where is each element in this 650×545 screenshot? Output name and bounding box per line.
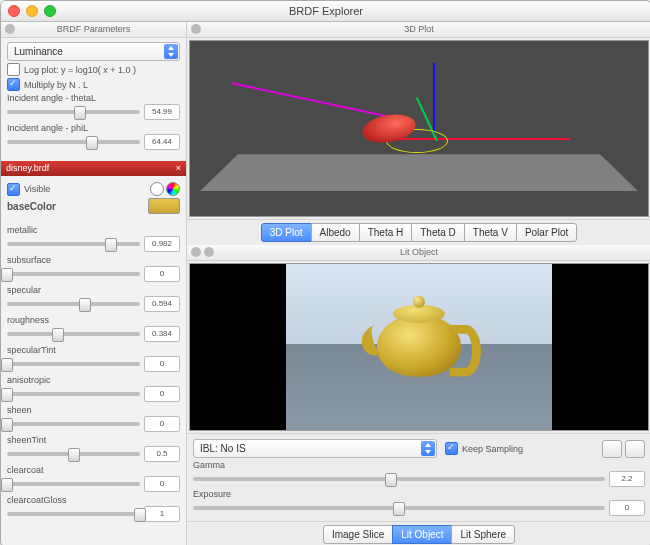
- lit-object-viewport[interactable]: [189, 263, 649, 431]
- plot-tabs: 3D PlotAlbedoTheta HTheta DTheta VPolar …: [187, 219, 650, 245]
- display-mode-select[interactable]: Luminance: [7, 42, 180, 61]
- parameters-panel: BRDF Parameters Luminance Log plot: y = …: [1, 22, 187, 545]
- clearcoatGloss-label: clearcoatGloss: [7, 495, 180, 505]
- anisotropic-label: anisotropic: [7, 375, 180, 385]
- specularTint-slider[interactable]: [7, 362, 140, 366]
- subsurface-label: subsurface: [7, 255, 180, 265]
- chevron-updown-icon: [421, 441, 435, 456]
- gamma-value[interactable]: 2.2: [609, 471, 645, 487]
- angle-0-label: Incident angle - thetaL: [7, 93, 180, 103]
- titlebar: BRDF Explorer: [1, 1, 650, 22]
- angle-1-value[interactable]: 64.44: [144, 134, 180, 150]
- clearcoat-label: clearcoat: [7, 465, 180, 475]
- anisotropic-slider[interactable]: [7, 392, 140, 396]
- app-window: BRDF Explorer BRDF Parameters Luminance …: [0, 0, 650, 545]
- specularTint-label: specularTint: [7, 345, 180, 355]
- brdf-visible-checkbox[interactable]: [7, 183, 20, 196]
- sheen-value[interactable]: 0: [144, 416, 180, 432]
- tab-plot-theta h[interactable]: Theta H: [359, 223, 413, 242]
- sheenTint-label: sheenTint: [7, 435, 180, 445]
- close-lit-button[interactable]: [191, 247, 201, 257]
- roughness-slider[interactable]: [7, 332, 140, 336]
- lit-tabs: Image SliceLit ObjectLit Sphere: [187, 521, 650, 545]
- roughness-value[interactable]: 0.384: [144, 326, 180, 342]
- solo-toggle-button[interactable]: [150, 182, 164, 196]
- sheenTint-value[interactable]: 0.5: [144, 446, 180, 462]
- tab-lit-image slice[interactable]: Image Slice: [323, 525, 393, 544]
- multiply-nl-label: Multiply by N . L: [24, 80, 88, 90]
- clearcoat-slider[interactable]: [7, 482, 140, 486]
- chevron-updown-icon: [164, 44, 178, 59]
- keep-sampling-checkbox[interactable]: [445, 442, 458, 455]
- color-wheel-button[interactable]: [166, 182, 180, 196]
- specular-label: specular: [7, 285, 180, 295]
- tab-plot-3d plot[interactable]: 3D Plot: [261, 223, 312, 242]
- brdf-file-name: disney.brdf: [6, 161, 49, 176]
- tab-plot-theta v[interactable]: Theta V: [464, 223, 517, 242]
- sheen-slider[interactable]: [7, 422, 140, 426]
- lit-pane-title: Lit Object: [187, 245, 650, 261]
- log-plot-checkbox[interactable]: [7, 63, 20, 76]
- log-plot-label: Log plot: y = log10( x + 1.0 ): [24, 65, 136, 75]
- close-icon[interactable]: ×: [176, 161, 181, 176]
- window-close-button[interactable]: [8, 5, 20, 17]
- metallic-label: metallic: [7, 225, 180, 235]
- clearcoatGloss-slider[interactable]: [7, 512, 140, 516]
- angle-0-slider[interactable]: [7, 110, 140, 114]
- metallic-value[interactable]: 0.982: [144, 236, 180, 252]
- ibl-select[interactable]: IBL: No IS: [193, 439, 437, 458]
- 3d-plot-viewport[interactable]: [189, 40, 649, 217]
- tab-plot-polar plot[interactable]: Polar Plot: [516, 223, 577, 242]
- window-minimize-button[interactable]: [26, 5, 38, 17]
- exposure-value[interactable]: 0: [609, 500, 645, 516]
- tab-plot-theta d[interactable]: Theta D: [411, 223, 465, 242]
- sheen-label: sheen: [7, 405, 180, 415]
- angle-0-value[interactable]: 54.99: [144, 104, 180, 120]
- specular-value[interactable]: 0.594: [144, 296, 180, 312]
- specular-slider[interactable]: [7, 302, 140, 306]
- basecolor-swatch[interactable]: [148, 198, 180, 214]
- roughness-label: roughness: [7, 315, 180, 325]
- subsurface-value[interactable]: 0: [144, 266, 180, 282]
- angle-1-slider[interactable]: [7, 140, 140, 144]
- tab-plot-albedo[interactable]: Albedo: [311, 223, 360, 242]
- axis-blue: [433, 63, 435, 133]
- brdf-file-header: disney.brdf ×: [1, 161, 186, 176]
- gamma-slider[interactable]: [193, 477, 605, 481]
- close-panel-button[interactable]: [5, 24, 15, 34]
- window-title: BRDF Explorer: [289, 5, 363, 17]
- parameters-title: BRDF Parameters: [1, 22, 186, 38]
- metallic-slider[interactable]: [7, 242, 140, 246]
- basecolor-label: baseColor: [7, 201, 56, 212]
- teapot-render: [377, 315, 461, 377]
- save-image-button[interactable]: [602, 440, 622, 458]
- exposure-slider[interactable]: [193, 506, 605, 510]
- sheenTint-slider[interactable]: [7, 452, 140, 456]
- multiply-nl-checkbox[interactable]: [7, 78, 20, 91]
- window-zoom-button[interactable]: [44, 5, 56, 17]
- anisotropic-value[interactable]: 0: [144, 386, 180, 402]
- tab-lit-lit object[interactable]: Lit Object: [392, 525, 452, 544]
- angle-1-label: Incident angle - phiL: [7, 123, 180, 133]
- clearcoat-value[interactable]: 0: [144, 476, 180, 492]
- plot-pane-title: 3D Plot: [187, 22, 650, 38]
- close-plot-button[interactable]: [191, 24, 201, 34]
- clearcoatGloss-value[interactable]: 1: [144, 506, 180, 522]
- undock-lit-button[interactable]: [204, 247, 214, 257]
- specularTint-value[interactable]: 0: [144, 356, 180, 372]
- model-button[interactable]: [625, 440, 645, 458]
- tab-lit-lit sphere[interactable]: Lit Sphere: [451, 525, 515, 544]
- subsurface-slider[interactable]: [7, 272, 140, 276]
